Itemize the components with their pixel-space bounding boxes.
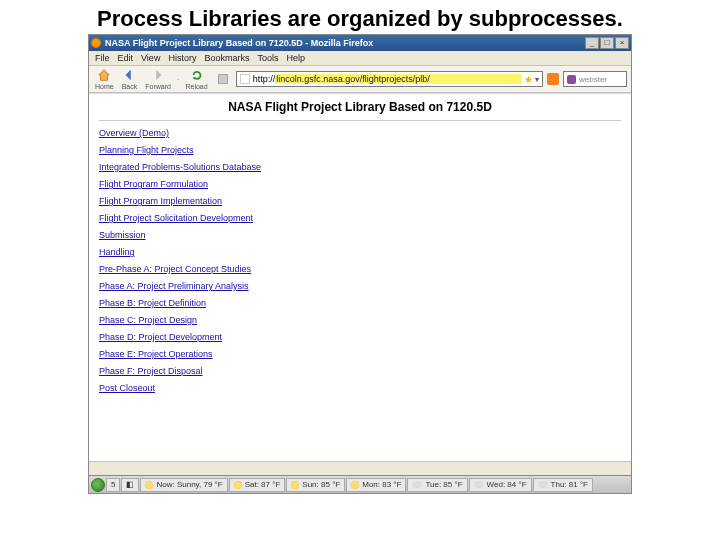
divider xyxy=(99,120,621,121)
search-engine-icon xyxy=(567,75,576,84)
back-button[interactable]: Back xyxy=(120,68,140,90)
menu-bar: File Edit View History Bookmarks Tools H… xyxy=(89,51,631,66)
sun-icon xyxy=(291,481,299,489)
link-phase-d[interactable]: Phase D: Project Development xyxy=(99,332,621,342)
home-icon xyxy=(97,68,111,82)
back-label: Back xyxy=(122,83,138,90)
menu-tools[interactable]: Tools xyxy=(257,53,278,63)
window-title: NASA Flight Project Library Based on 712… xyxy=(105,38,585,48)
weather-thu-text: Thu: 81 °F xyxy=(551,480,588,489)
menu-file[interactable]: File xyxy=(95,53,110,63)
link-phase-b[interactable]: Phase B: Project Definition xyxy=(99,298,621,308)
weather-sat-text: Sat: 87 °F xyxy=(245,480,281,489)
navigation-toolbar: Home Back Forward · Reload http:// linco… xyxy=(89,66,631,93)
status-bar xyxy=(89,461,631,475)
weather-wed[interactable]: Wed: 84 °F xyxy=(469,478,532,492)
bookmark-star-icon[interactable]: ★ xyxy=(524,74,533,85)
start-button[interactable] xyxy=(91,478,105,492)
link-planning[interactable]: Planning Flight Projects xyxy=(99,145,621,155)
search-placeholder: webster xyxy=(579,75,607,84)
link-program-implementation[interactable]: Flight Program Implementation xyxy=(99,196,621,206)
url-dropdown-icon[interactable]: ▾ xyxy=(535,75,539,84)
home-label: Home xyxy=(95,83,114,90)
weather-now-text: Now: Sunny, 79 °F xyxy=(156,480,222,489)
forward-button[interactable]: Forward xyxy=(143,68,173,90)
link-phase-a[interactable]: Phase A: Project Preliminary Analysis xyxy=(99,281,621,291)
link-phase-e[interactable]: Phase E: Project Operations xyxy=(99,349,621,359)
forward-label: Forward xyxy=(145,83,171,90)
taskbar-count-value: 5 xyxy=(111,480,115,489)
link-overview[interactable]: Overview (Demo) xyxy=(99,128,621,138)
weather-sat[interactable]: Sat: 87 °F xyxy=(229,478,286,492)
cloud-icon xyxy=(474,481,484,488)
menu-history[interactable]: History xyxy=(168,53,196,63)
menu-edit[interactable]: Edit xyxy=(118,53,134,63)
reload-label: Reload xyxy=(185,83,207,90)
weather-tue[interactable]: Tue: 85 °F xyxy=(407,478,467,492)
firefox-icon xyxy=(91,38,101,48)
stop-icon xyxy=(216,72,230,86)
weather-sun-text: Sun: 85 °F xyxy=(302,480,340,489)
back-arrow-icon xyxy=(122,68,136,82)
feed-icon[interactable] xyxy=(547,73,559,85)
reload-icon xyxy=(190,68,204,82)
toolbar-separator: · xyxy=(177,74,180,84)
menu-help[interactable]: Help xyxy=(286,53,305,63)
link-solicitation[interactable]: Flight Project Solicitation Development xyxy=(99,213,621,223)
weather-tue-text: Tue: 85 °F xyxy=(425,480,462,489)
link-program-formulation[interactable]: Flight Program Formulation xyxy=(99,179,621,189)
menu-view[interactable]: View xyxy=(141,53,160,63)
link-phase-f[interactable]: Phase F: Project Disposal xyxy=(99,366,621,376)
slide-title: Process Libraries are organized by subpr… xyxy=(0,0,720,34)
url-scheme: http:// xyxy=(253,74,276,84)
sun-icon xyxy=(234,481,242,489)
cloud-icon xyxy=(538,481,548,488)
cloud-icon xyxy=(412,481,422,488)
link-phase-c[interactable]: Phase C: Project Design xyxy=(99,315,621,325)
minimize-button[interactable]: _ xyxy=(585,37,599,49)
window-controls: _ □ × xyxy=(585,37,629,49)
weather-mon-text: Mon: 83 °F xyxy=(362,480,401,489)
stop-button[interactable] xyxy=(214,72,232,87)
sun-icon xyxy=(145,481,153,489)
weather-wed-text: Wed: 84 °F xyxy=(487,480,527,489)
url-text: lincoln.gsfc.nasa.gov/flightprojects/plb… xyxy=(275,74,522,84)
link-list: Overview (Demo) Planning Flight Projects… xyxy=(89,128,631,393)
weather-now[interactable]: Now: Sunny, 79 °F xyxy=(140,478,227,492)
sun-icon xyxy=(351,481,359,489)
page-content: NASA Flight Project Library Based on 712… xyxy=(89,93,631,461)
link-post-closeout[interactable]: Post Closeout xyxy=(99,383,621,393)
link-submission[interactable]: Submission xyxy=(99,230,621,240)
taskbar-count[interactable]: 5 xyxy=(106,478,120,492)
weather-thu[interactable]: Thu: 81 °F xyxy=(533,478,593,492)
window-titlebar[interactable]: NASA Flight Project Library Based on 712… xyxy=(89,35,631,51)
link-handling[interactable]: Handling xyxy=(99,247,621,257)
maximize-button[interactable]: □ xyxy=(600,37,614,49)
svg-rect-0 xyxy=(218,74,227,83)
link-prephase-a[interactable]: Pre-Phase A: Project Concept Studies xyxy=(99,264,621,274)
reload-button[interactable]: Reload xyxy=(183,68,209,90)
home-button[interactable]: Home xyxy=(93,68,116,90)
weather-sun[interactable]: Sun: 85 °F xyxy=(286,478,345,492)
weather-mon[interactable]: Mon: 83 °F xyxy=(346,478,406,492)
taskbar-tray-icon[interactable]: ◧ xyxy=(121,478,139,492)
close-button[interactable]: × xyxy=(615,37,629,49)
forward-arrow-icon xyxy=(151,68,165,82)
search-box[interactable]: webster xyxy=(563,71,627,87)
address-bar[interactable]: http:// lincoln.gsfc.nasa.gov/flightproj… xyxy=(236,71,543,87)
page-favicon xyxy=(240,74,250,84)
browser-window: NASA Flight Project Library Based on 712… xyxy=(88,34,632,494)
os-taskbar: 5 ◧ Now: Sunny, 79 °F Sat: 87 °F Sun: 85… xyxy=(89,475,631,493)
link-integrated-db[interactable]: Integrated Problems-Solutions Database xyxy=(99,162,621,172)
page-heading: NASA Flight Project Library Based on 712… xyxy=(89,94,631,120)
menu-bookmarks[interactable]: Bookmarks xyxy=(204,53,249,63)
